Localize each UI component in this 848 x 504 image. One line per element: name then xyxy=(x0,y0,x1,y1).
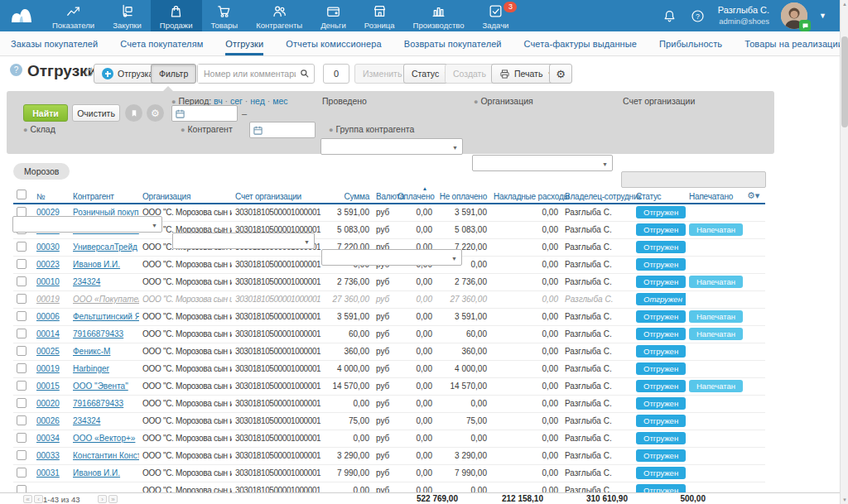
row-checkbox[interactable] xyxy=(17,276,26,286)
column-settings-gear-icon[interactable]: ⚙▾ xyxy=(747,190,759,200)
row-checkbox[interactable] xyxy=(17,450,26,460)
status-badge[interactable]: Отгружен xyxy=(636,241,686,253)
status-badge[interactable]: Отгружен xyxy=(636,467,686,479)
row-checkbox[interactable] xyxy=(17,363,26,373)
column-header[interactable]: Не оплачено xyxy=(436,185,490,204)
counterparty-select[interactable]: ▼ xyxy=(172,233,315,249)
table-row[interactable]: 00010234324ООО "С. Морозова сын и Ко"303… xyxy=(13,273,765,290)
document-number-link[interactable]: 00023 xyxy=(36,260,60,269)
counterparty-link[interactable]: 234324 xyxy=(73,416,100,425)
counterparty-link[interactable]: УниверсалТрейд xyxy=(73,242,137,252)
status-badge[interactable]: Отгружен xyxy=(636,449,686,462)
document-number-link[interactable]: 00030 xyxy=(36,242,60,252)
table-row[interactable]: 00034ООО «Вектор+»ООО "С. Морозова сын и… xyxy=(13,430,765,447)
status-badge[interactable]: Отгружен xyxy=(636,432,686,444)
status-badge[interactable]: Отгружен xyxy=(636,415,686,427)
user-menu-caret-icon[interactable]: ▼ xyxy=(819,12,826,20)
warehouse-select[interactable]: ▼ xyxy=(12,216,162,233)
column-header[interactable]: Статус xyxy=(633,185,686,204)
organization-select[interactable]: ▼ xyxy=(472,155,613,171)
document-number-link[interactable]: 00010 xyxy=(36,277,60,286)
counterparty-link[interactable]: ООО "Эвента" xyxy=(73,382,128,391)
subnav-tab[interactable]: Заказы покупателей xyxy=(11,31,98,55)
prev-page-button[interactable]: ‹ xyxy=(34,495,43,503)
counterparty-link[interactable]: Иванов И.И. xyxy=(73,260,120,269)
column-header[interactable]: Владелец-сотрудник xyxy=(561,185,633,204)
row-checkbox[interactable] xyxy=(17,329,26,338)
period-from-input[interactable] xyxy=(171,105,238,122)
counterparty-link[interactable]: Феникс-М xyxy=(73,347,110,356)
status-badge[interactable]: Отгружен xyxy=(636,276,686,288)
first-page-button[interactable]: « xyxy=(23,495,32,503)
row-checkbox[interactable] xyxy=(17,242,26,252)
status-badge[interactable]: Отгружен xyxy=(636,223,686,236)
row-checkbox[interactable] xyxy=(17,415,26,425)
table-row[interactable]: 0002079166879433ООО "С. Морозова сын и К… xyxy=(13,395,765,412)
table-row[interactable]: 00031Иванов И.И.ООО "С. Морозова сын и К… xyxy=(13,464,765,482)
table-row[interactable]: 00026234324ООО "С. Морозова сын и Ко"303… xyxy=(13,412,765,430)
column-header[interactable]: Накладные расходы xyxy=(490,185,561,204)
subnav-tab[interactable]: Отчеты комиссионера xyxy=(286,31,381,55)
next-page-button[interactable]: › xyxy=(98,495,107,503)
counterparty-link[interactable]: Фельтштинский Ян Ф... xyxy=(73,312,139,321)
table-row[interactable]: ООО "С. Морозова сын и Ко"30301810500001… xyxy=(13,482,765,492)
column-header[interactable]: Напечатано xyxy=(686,185,744,204)
nav-item-factory[interactable]: Производство xyxy=(404,0,474,31)
table-settings-button[interactable]: ⚙ xyxy=(549,64,572,84)
nav-item-dolly[interactable]: Закупки xyxy=(104,0,151,31)
row-checkbox[interactable] xyxy=(17,398,26,408)
user-menu[interactable]: Разглыба С. admin@shoes xyxy=(718,5,769,26)
search-icon[interactable] xyxy=(299,68,311,79)
row-checkbox[interactable] xyxy=(17,468,26,478)
document-number-link[interactable]: 00033 xyxy=(36,451,60,460)
status-badge[interactable]: Отгружен xyxy=(636,328,686,340)
counterparty-link[interactable]: 79166879433 xyxy=(73,399,123,408)
row-checkbox[interactable] xyxy=(17,294,26,304)
subnav-tab[interactable]: Счета-фактуры выданные xyxy=(524,31,637,55)
scroll-down-icon[interactable]: ▼ xyxy=(842,497,847,502)
nav-item-wallet[interactable]: Деньги xyxy=(311,0,355,31)
status-badge[interactable]: Отгружен xyxy=(636,310,686,323)
filter-settings-button[interactable]: ⚙ xyxy=(147,104,164,122)
subnav-tab[interactable]: Счета покупателям xyxy=(120,31,203,55)
scroll-up-icon[interactable]: ▲ xyxy=(842,2,847,7)
nav-item-bag[interactable]: Продажи xyxy=(151,0,202,31)
bookmark-filter-button[interactable] xyxy=(125,104,142,122)
table-row[interactable]: 0001479166879433ООО "С. Морозова сын и К… xyxy=(13,325,765,343)
row-checkbox[interactable] xyxy=(17,433,26,443)
document-number-link[interactable]: 00006 xyxy=(36,312,60,321)
page-help-icon[interactable]: ? xyxy=(10,64,22,76)
document-number-link[interactable]: 00019 xyxy=(36,295,60,304)
user-avatar[interactable] xyxy=(781,2,807,29)
table-row[interactable]: 00025Феникс-МООО "С. Морозова сын и Ко"3… xyxy=(13,343,765,360)
nav-item-chart[interactable]: Показатели xyxy=(43,0,104,31)
subnav-tab[interactable]: Товары на реализации xyxy=(744,31,843,55)
table-row[interactable]: 00006Фельтштинский Ян Ф...ООО "С. Морозо… xyxy=(13,308,765,325)
filter-button[interactable]: Фильтр xyxy=(151,64,196,84)
subnav-tab[interactable]: Отгрузки xyxy=(225,31,263,55)
column-header[interactable]: № xyxy=(33,185,70,204)
status-badge[interactable]: Отгружен xyxy=(636,397,686,410)
column-header[interactable]: Счет организации xyxy=(232,185,325,204)
status-badge[interactable]: Отгружен xyxy=(636,293,686,305)
row-checkbox[interactable] xyxy=(17,311,26,321)
period-to-input[interactable] xyxy=(249,122,316,138)
counterparty-group-select[interactable]: ▼ xyxy=(321,249,462,266)
counterparty-link[interactable]: ООО «Вектор+» xyxy=(73,434,135,443)
help-icon[interactable]: ? xyxy=(690,7,706,24)
document-number-link[interactable]: 00026 xyxy=(36,416,60,425)
column-header[interactable]: Контрагент xyxy=(70,185,139,204)
counterparty-link[interactable]: Константин Констант... xyxy=(73,451,139,460)
counterparty-link[interactable]: 234324 xyxy=(73,277,100,286)
clear-button[interactable]: Очистить xyxy=(72,104,120,122)
row-checkbox[interactable] xyxy=(17,485,26,493)
subnav-tab[interactable]: Прибыльность xyxy=(659,31,722,55)
last-page-button[interactable]: » xyxy=(108,495,118,503)
row-checkbox[interactable] xyxy=(17,259,26,269)
row-checkbox[interactable] xyxy=(17,346,26,356)
select-all-checkbox[interactable] xyxy=(17,190,26,199)
filter-tag-chip[interactable]: Морозов xyxy=(13,163,70,180)
conducted-select[interactable]: ▼ xyxy=(320,138,463,155)
column-header[interactable]: Организация xyxy=(139,185,232,204)
find-button[interactable]: Найти xyxy=(23,104,68,122)
